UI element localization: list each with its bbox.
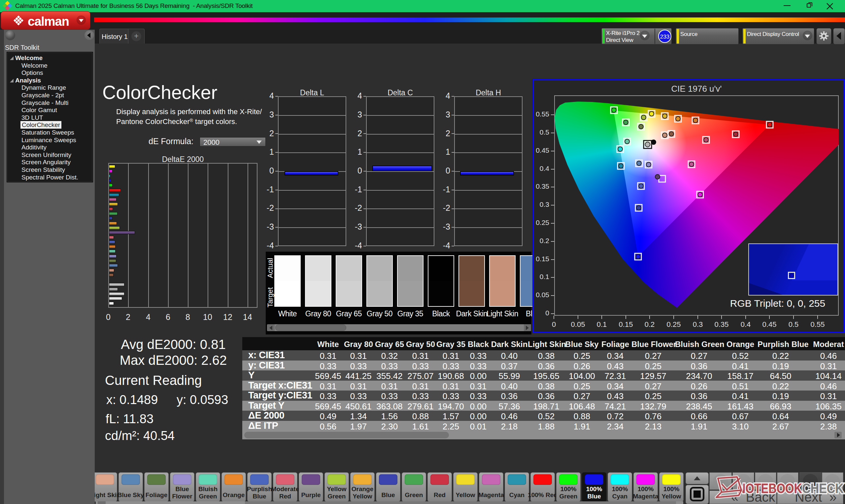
svg-text:NOTEBOOK: NOTEBOOK	[737, 481, 802, 496]
svg-text:CHECK: CHECK	[802, 481, 844, 496]
